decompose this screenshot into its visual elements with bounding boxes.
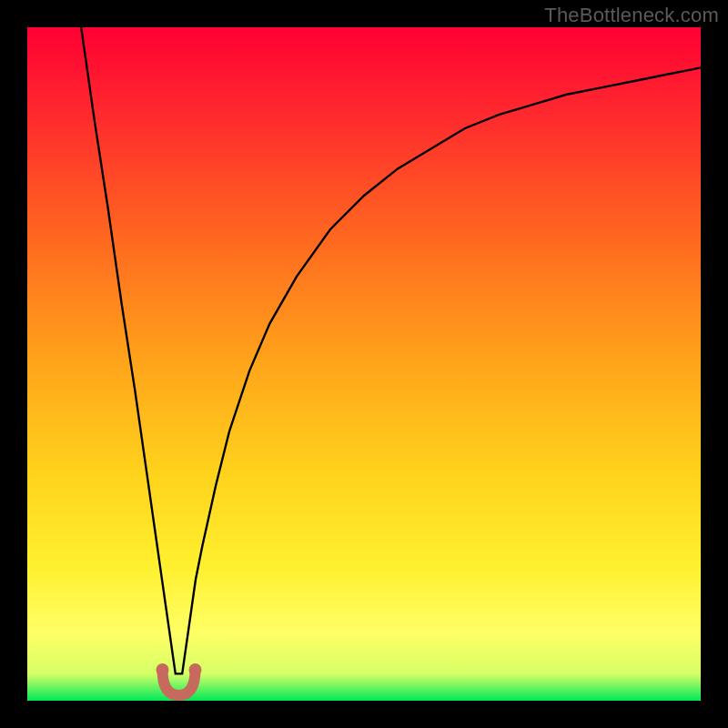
chart-svg bbox=[27, 27, 701, 701]
gradient-background bbox=[27, 27, 701, 701]
svg-point-0 bbox=[157, 663, 169, 676]
watermark-text: TheBottleneck.com bbox=[544, 4, 719, 27]
chart-frame: TheBottleneck.com bbox=[0, 0, 728, 728]
svg-point-1 bbox=[189, 663, 202, 676]
plot-area bbox=[27, 27, 701, 701]
